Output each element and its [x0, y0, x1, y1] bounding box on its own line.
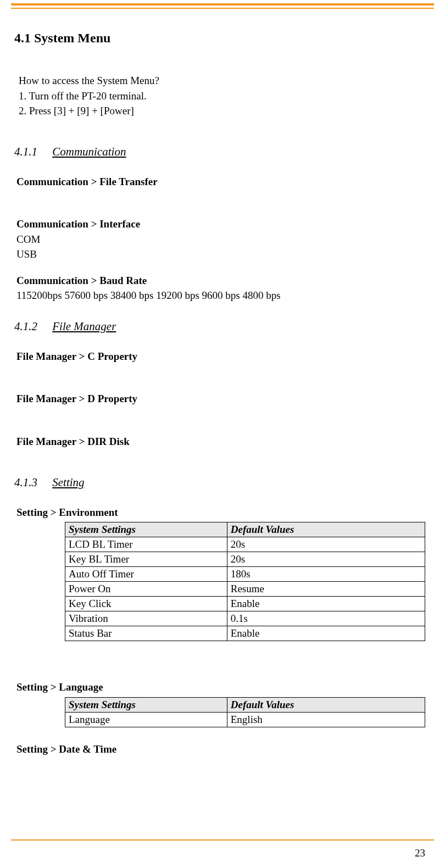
table-row: LCD BL Timer20s	[65, 537, 425, 552]
setting-datetime-block: Setting > Date & Time	[16, 742, 431, 757]
fm-d-property: File Manager > D Property	[16, 391, 431, 407]
cell-value: English	[227, 712, 425, 727]
comm-baud-title: Communication > Baud Rate	[16, 273, 431, 288]
comm-interface-block: Communication > Interface COM USB	[16, 216, 431, 262]
page-content: 4.1 System Menu How to access the System…	[0, 9, 445, 756]
subheading-title: File Manager	[52, 320, 116, 333]
subheading-number: 4.1.2	[14, 320, 49, 333]
env-table-wrap: System Settings Default Values LCD BL Ti…	[65, 522, 425, 641]
cell-key: Key Click	[65, 597, 227, 611]
setting-lang-title: Setting > Language	[16, 680, 431, 695]
fm-dir-block: File Manager > DIR Disk	[16, 434, 431, 449]
cell-key: LCD BL Timer	[65, 537, 227, 552]
subheading-number: 4.1.1	[14, 145, 49, 159]
section-title: 4.1 System Menu	[14, 31, 431, 46]
fm-d-block: File Manager > D Property	[16, 391, 431, 407]
cell-key: Language	[65, 712, 227, 727]
table-header-row: System Settings Default Values	[65, 697, 425, 712]
cell-value: 180s	[227, 567, 425, 582]
subheading-setting: 4.1.3 Setting	[14, 476, 431, 489]
table-row: Status BarEnable	[65, 626, 425, 641]
setting-datetime-title: Setting > Date & Time	[16, 742, 431, 757]
interface-com: COM	[16, 232, 431, 247]
cell-value: Enable	[227, 597, 425, 611]
table-row: LanguageEnglish	[65, 712, 425, 727]
subheading-title: Setting	[52, 476, 84, 489]
bottom-rule	[11, 839, 434, 841]
comm-baud-values: 115200bps 57600 bps 38400 bps 19200 bps …	[16, 288, 431, 303]
table-header-row: System Settings Default Values	[65, 522, 425, 537]
intro-step-1: 1. Turn off the PT-20 terminal.	[19, 88, 431, 104]
comm-interface-title: Communication > Interface	[16, 216, 431, 232]
subheading-file-manager: 4.1.2 File Manager	[14, 320, 431, 333]
lang-table-wrap: System Settings Default Values LanguageE…	[65, 697, 425, 727]
env-table: System Settings Default Values LCD BL Ti…	[65, 522, 425, 641]
table-row: Key BL Timer20s	[65, 552, 425, 567]
comm-baud-block: Communication > Baud Rate 115200bps 5760…	[16, 273, 431, 303]
setting-env-title: Setting > Environment	[16, 505, 431, 520]
fm-c-property: File Manager > C Property	[16, 349, 431, 364]
intro-question: How to access the System Menu?	[19, 73, 431, 88]
table-row: Vibration0.1s	[65, 611, 425, 626]
cell-value: 20s	[227, 552, 425, 567]
interface-usb: USB	[16, 247, 431, 262]
th-system-settings: System Settings	[65, 522, 227, 537]
fm-dir-disk: File Manager > DIR Disk	[16, 434, 431, 449]
cell-key: Power On	[65, 582, 227, 597]
table-row: Power OnResume	[65, 582, 425, 597]
top-rule	[11, 3, 434, 9]
cell-value: Enable	[227, 626, 425, 641]
cell-key: Auto Off Timer	[65, 567, 227, 582]
table-row: Auto Off Timer180s	[65, 567, 425, 582]
table-row: Key ClickEnable	[65, 597, 425, 611]
th-default-values: Default Values	[227, 522, 425, 537]
cell-key: Key BL Timer	[65, 552, 227, 567]
th-default-values: Default Values	[227, 697, 425, 712]
comm-file-transfer-block: Communication > File Transfer	[16, 174, 431, 190]
page-number: 23	[415, 847, 425, 859]
cell-value: Resume	[227, 582, 425, 597]
setting-env-block: Setting > Environment	[16, 505, 431, 520]
intro-block: How to access the System Menu? 1. Turn o…	[19, 73, 431, 119]
intro-step-2: 2. Press [3] + [9] + [Power]	[19, 103, 431, 119]
subheading-number: 4.1.3	[14, 476, 49, 489]
cell-value: 20s	[227, 537, 425, 552]
th-system-settings: System Settings	[65, 697, 227, 712]
subheading-communication: 4.1.1 Communication	[14, 145, 431, 159]
subheading-title: Communication	[52, 145, 126, 158]
cell-key: Status Bar	[65, 626, 227, 641]
cell-value: 0.1s	[227, 611, 425, 626]
fm-c-block: File Manager > C Property	[16, 349, 431, 364]
lang-table: System Settings Default Values LanguageE…	[65, 697, 425, 727]
cell-key: Vibration	[65, 611, 227, 626]
comm-file-transfer: Communication > File Transfer	[16, 174, 431, 190]
setting-lang-block: Setting > Language	[16, 680, 431, 695]
